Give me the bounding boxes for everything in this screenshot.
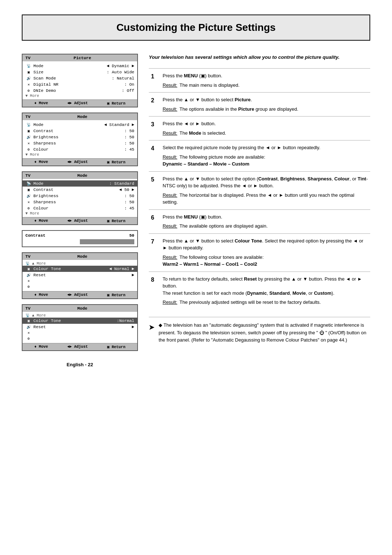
step-1-result: Result:The main menu is displayed. [163,82,368,89]
tv-row-size: ▣ Size : Auto Wide [23,69,137,75]
tv-row-mode: 📡 Mode ◄ Dynamic ► [23,63,137,69]
tv-row-mode3-selected: 📡 Mode : Standard [23,180,137,187]
tv-menu-1-header: TV Picture [23,54,137,61]
step-row-8: 8 To return to the factory defaults, sel… [149,272,370,310]
note-content: ◆ The television has an "automatic degau… [159,322,370,344]
tv-label-3: TV [25,173,30,178]
step-num-3: 3 [149,117,159,140]
contrast-slider-box: Contrast 50 [22,230,138,247]
tv-menu-4-footer: ♦ Move ◄► Adjust ▣ Return [23,291,137,298]
tv-label-2: TV [25,114,30,119]
step-row-4: 4 Select the required picture mode by pr… [149,140,370,172]
right-column: Your television has several settings whi… [149,54,370,367]
settings-icon-3: ⚙ [25,206,32,211]
antenna-icon-4: 📡 [25,262,30,266]
tv-row-empty5a: ✕ [23,330,137,336]
tv-more-1: ▼ More [23,94,137,98]
page-title: Customizing the Picture Settings [33,22,359,33]
tv-row-empty4a: ✕ [23,278,137,284]
tv-label-4: TV [25,254,30,259]
speaker-icon-3: 🔊 [25,194,32,198]
tv-menu-2-body: 📡 Mode ◄ Standard ► ▣ Contrast : 50 🔊 Br… [23,120,137,158]
tv-row-brightness3: 🔊 Brightness : 50 [23,193,137,199]
speaker-icon-2: 🔊 [25,135,32,139]
step-row-3: 3 Press the ◄ or ► button. Result:The Mo… [149,117,370,140]
step-6-result: Result:The available options are display… [163,223,368,230]
tv-label-5: TV [25,306,30,311]
tv-row-contrast2: ▣ Contrast : 50 [23,128,137,134]
menu-2-title: Mode [30,114,134,119]
step-row-6: 6 Press the MENU (▣) button. Result:The … [149,209,370,233]
tv-menu-4: TV Mode 📡 ▲ More ▣ Colour Tone ◄ Normal … [22,252,138,299]
step-3-result: Result:The Mode is selected. [163,130,368,137]
nr-icon-2: ✕ [25,141,32,146]
step-row-1: 1 Press the MENU (▣) button. Result:The … [149,69,370,93]
tv-menu-4-body: 📡 ▲ More ▣ Colour Tone ◄ Normal ► 🔊 Rese… [23,260,137,291]
antenna-icon: 📡 [25,64,32,68]
step-num-4: 4 [149,140,159,172]
step-num-2: 2 [149,93,159,117]
note-box: ➤ ◆ The television has an "automatic deg… [149,317,370,344]
step-8-result: Result:The previously adjusted settings … [163,299,368,306]
nr-icon-1: ✕ [25,82,32,87]
tv-menu-5-header: TV Mode [23,305,137,312]
step-content-3: Press the ◄ or ► button. Result:The Mode… [159,117,370,140]
step-num-1: 1 [149,69,159,93]
tv-menu-2: TV Mode 📡 Mode ◄ Standard ► ▣ Contrast :… [22,113,138,166]
tv-menu-3-body: 📡 Mode : Standard ▣ Contrast ◄ 50 ► 🔊 Br… [23,179,137,217]
tv-row-sharpness3: ✕ Sharpness : 50 [23,199,137,205]
tv-row-brightness2: 🔊 Brightness : 50 [23,134,137,140]
tv-row-mode2: 📡 Mode ◄ Standard ► [23,122,137,128]
intro-text: Your television has several settings whi… [149,54,370,61]
tv-menu-5-body: 📡 ▲ More ▣ Colour Tone :Normal 🔊 Reset ►… [23,312,137,343]
antenna-icon-2: 📡 [25,123,32,127]
tv-menu-2-header: TV Mode [23,113,137,120]
speaker-icon-4: 🔊 [25,273,32,277]
settings-icon-1: ⚙ [25,89,32,93]
step-4-result: Result:The following picture mode are av… [163,154,368,168]
tv-menu-5: TV Mode 📡 ▲ More ▣ Colour Tone :Normal 🔊… [22,304,138,351]
tv-label-1: TV [25,56,30,60]
step-content-7: Press the ▲ or ▼ button to select Colour… [159,233,370,272]
step-num-6: 6 [149,209,159,233]
settings-icon-5: ⚙ [25,336,32,341]
tv-menu-3-footer: ♦ Move ◄► Adjust ▣ Return [23,217,137,224]
step-content-5: Press the ▲ or ▼ button to select the op… [159,171,370,209]
screen-icon-1: ▣ [25,70,32,74]
speaker-icon-5: 🔊 [25,325,32,329]
tv-row-sharpness2: ✕ Sharpness : 50 [23,140,137,146]
note-arrow-icon: ➤ [149,322,154,344]
step-row-7: 7 Press the ▲ or ▼ button to select Colo… [149,233,370,272]
menu-4-title: Mode [30,254,134,259]
tv-menu-3: TV Mode 📡 Mode : Standard ▣ Contrast ◄ 5… [22,171,138,225]
step-content-8: To return to the factory defaults, selec… [159,272,370,310]
menu-3-title: Mode [30,173,134,178]
contrast-label: Contrast [25,233,45,238]
contrast-header: Contrast 50 [25,233,134,238]
step-content-1: Press the MENU (▣) button. Result:The ma… [159,69,370,93]
antenna-icon-3: 📡 [25,181,32,186]
speaker-icon-1: 🔊 [25,76,32,81]
footer-text: English - 22 [67,362,93,367]
tv-menu-1-body: 📡 Mode ◄ Dynamic ► ▣ Size : Auto Wide 🔊 … [23,61,137,99]
nr-icon-3: ✕ [25,200,32,204]
tv-row-colour3: ⚙ Colour : 45 [23,205,137,211]
page-footer: English - 22 [22,362,138,367]
tv-row-reset5: 🔊 Reset ► [23,324,137,330]
antenna-icon-5: 📡 [25,314,30,318]
nr-icon-5: ✕ [25,331,32,335]
tv-row-dnie: ⚙ DNIe Demo : Off [23,87,137,94]
tv-more-2: ▼ More [23,152,137,157]
tv-row-scanmode: 🔊 Scan Mode : Natural [23,75,137,81]
tv-row-empty4b: ⚙ [23,284,137,290]
tv-menu-1-footer: ♦ Move ◄► Adjust ▣ Return [23,99,137,107]
settings-icon-4: ⚙ [25,285,32,289]
step-num-5: 5 [149,171,159,209]
step-row-5: 5 Press the ▲ or ▼ button to select the … [149,171,370,209]
tv-more-4-top: 📡 ▲ More [23,261,137,266]
screen-icon-5: ▣ [25,319,32,323]
step-num-7: 7 [149,233,159,272]
step-num-8: 8 [149,272,159,310]
tv-menu-5-footer: ♦ Move ◄► Adjust ▣ Return [23,343,137,350]
screen-icon-3: ▣ [25,188,32,192]
